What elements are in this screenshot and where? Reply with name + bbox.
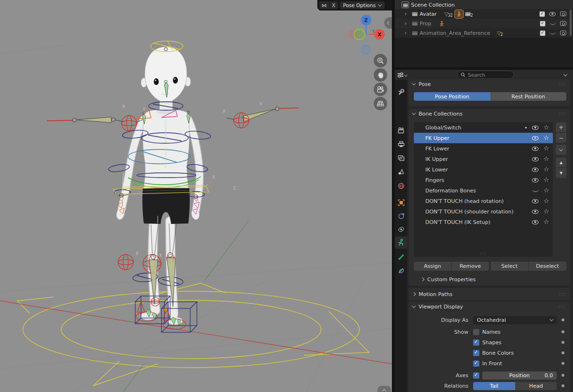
- relations-head-button[interactable]: Head: [515, 382, 557, 390]
- list-item[interactable]: DON'T TOUCH (head rotation) ☆: [414, 196, 553, 206]
- list-item[interactable]: DON'T TOUCH (IK Setup) ☆: [414, 217, 553, 227]
- eye-open-icon[interactable]: [532, 157, 539, 161]
- drag-grip-icon[interactable]: ::::: [559, 292, 566, 297]
- animate-dot-icon[interactable]: [562, 362, 564, 365]
- assign-button[interactable]: Assign: [414, 262, 451, 271]
- tab-tool[interactable]: [395, 85, 407, 98]
- list-item[interactable]: Global/Switch • ☆: [414, 122, 553, 133]
- eye-open-icon[interactable]: [532, 210, 539, 214]
- pose-panel-header[interactable]: Pose ::::: [409, 79, 570, 89]
- axes-position-slider[interactable]: Position 0.0: [482, 371, 557, 380]
- outliner-row-animation-area[interactable]: › Animation_Area_Reference ▽ 2: [395, 28, 573, 38]
- tab-view-layer[interactable]: [395, 152, 407, 164]
- rest-position-button[interactable]: Rest Position: [490, 92, 566, 101]
- animate-dot-icon[interactable]: [562, 341, 564, 344]
- x-mirror-toggle[interactable]: ⋈: [319, 1, 329, 9]
- relations-tail-button[interactable]: Tail: [473, 382, 515, 390]
- display-as-dropdown[interactable]: Octahedral: [473, 316, 557, 324]
- editor-type-button[interactable]: [396, 70, 408, 79]
- tab-constraints[interactable]: [395, 223, 407, 235]
- list-item[interactable]: DON'T TOUCH (shoulder rotation) ☆: [414, 206, 553, 217]
- list-item-selected[interactable]: FK Upper ☆: [414, 133, 553, 143]
- properties-editor[interactable]: Pose :::: Pose Position Rest Position Bo…: [395, 70, 573, 392]
- animate-dot-icon[interactable]: [562, 384, 564, 387]
- eye-open-icon[interactable]: [532, 126, 539, 130]
- star-icon[interactable]: ☆: [543, 178, 549, 182]
- drag-grip-icon[interactable]: ::::: [559, 82, 566, 86]
- motion-paths-header[interactable]: Motion Paths ::::: [409, 288, 570, 300]
- in-front-checkbox[interactable]: [473, 360, 479, 367]
- exclude-checkbox[interactable]: [540, 11, 545, 17]
- star-icon[interactable]: ☆: [543, 199, 549, 203]
- x-axis-toggle[interactable]: X: [329, 1, 338, 9]
- pan-tool-button[interactable]: [374, 68, 387, 82]
- expand-icon[interactable]: ›: [403, 11, 408, 17]
- eye-open-icon[interactable]: [532, 168, 539, 172]
- camera-view-button[interactable]: [374, 83, 387, 96]
- bone-collections-list[interactable]: Global/Switch • ☆ FK Upper ☆ FK Lower ☆ …: [414, 122, 553, 257]
- eye-open-icon[interactable]: [532, 199, 539, 203]
- tab-scene[interactable]: [395, 166, 407, 178]
- axis-ball-neg-z[interactable]: [361, 45, 370, 54]
- list-item[interactable]: IK Lower ☆: [414, 164, 553, 175]
- root-bone-compass[interactable]: [17, 283, 369, 386]
- shapes-checkbox[interactable]: [473, 339, 479, 346]
- deselect-button[interactable]: Deselect: [529, 262, 566, 271]
- camera-visibility-icon[interactable]: [560, 21, 566, 26]
- expand-icon[interactable]: ›: [403, 20, 408, 27]
- drag-grip-icon[interactable]: ::::: [559, 304, 566, 309]
- remove-collection-button[interactable]: −: [556, 133, 566, 143]
- axes-checkbox[interactable]: [473, 372, 479, 379]
- expand-icon[interactable]: ›: [403, 30, 408, 36]
- bone-collections-header[interactable]: Bone Collections ::::: [409, 109, 570, 118]
- tab-world[interactable]: [395, 180, 407, 192]
- timeline-collapse-tab[interactable]: [378, 386, 391, 392]
- header-menu-button[interactable]: [561, 71, 570, 78]
- eye-closed-icon[interactable]: [550, 32, 556, 34]
- outliner-row-prop[interactable]: › Prop: [395, 19, 573, 28]
- navigation-gizmo[interactable]: Z Y X: [347, 13, 390, 57]
- 3d-viewport[interactable]: X Y X Y X X X Z ⋈ X Pose Options: [0, 0, 392, 392]
- tab-physics[interactable]: [395, 210, 407, 222]
- outliner-row-scene-collection[interactable]: Scene Collection: [395, 0, 573, 10]
- zoom-tool-button[interactable]: [374, 54, 387, 67]
- armature-icon-active[interactable]: [455, 10, 463, 18]
- drag-grip-icon[interactable]: ::::: [559, 111, 566, 116]
- list-item[interactable]: IK Upper ☆: [414, 154, 553, 164]
- tab-render[interactable]: [395, 124, 407, 137]
- names-checkbox[interactable]: [473, 329, 479, 335]
- search-box[interactable]: [457, 71, 514, 79]
- axis-ball-neg-y[interactable]: [354, 29, 365, 40]
- eye-closed-icon[interactable]: [532, 189, 539, 192]
- select-button[interactable]: Select: [491, 262, 528, 271]
- eye-open-icon[interactable]: [549, 12, 556, 16]
- animate-dot-icon[interactable]: [562, 330, 564, 333]
- star-icon[interactable]: ☆: [543, 167, 549, 172]
- list-item[interactable]: Fingers ☆: [414, 175, 553, 185]
- custom-properties-header[interactable]: Custom Properties: [421, 275, 476, 284]
- exclude-checkbox[interactable]: [540, 31, 545, 36]
- tab-bone[interactable]: [395, 251, 407, 263]
- eye-open-icon[interactable]: [532, 136, 539, 140]
- camera-visibility-icon[interactable]: [560, 11, 566, 16]
- star-icon[interactable]: ☆: [543, 146, 549, 151]
- eye-open-icon[interactable]: [532, 178, 539, 182]
- star-icon[interactable]: ☆: [543, 136, 549, 140]
- bone-colors-checkbox[interactable]: [473, 350, 479, 356]
- animate-dot-icon[interactable]: [562, 351, 564, 354]
- move-up-button[interactable]: ▲: [556, 158, 566, 168]
- ortho-grid-button[interactable]: [374, 97, 387, 110]
- exclude-checkbox[interactable]: [540, 21, 545, 26]
- eye-open-icon[interactable]: [532, 220, 539, 224]
- animate-dot-icon[interactable]: [562, 318, 564, 321]
- star-icon[interactable]: ☆: [543, 188, 549, 193]
- star-icon[interactable]: ☆: [543, 125, 549, 130]
- eye-open-icon[interactable]: [532, 147, 539, 151]
- tab-output[interactable]: [395, 138, 407, 150]
- star-icon[interactable]: ☆: [543, 209, 549, 214]
- list-resize-grip[interactable]: ::::: [414, 251, 553, 256]
- animate-dot-icon[interactable]: [562, 374, 564, 377]
- camera-visibility-icon[interactable]: [560, 31, 566, 35]
- tab-object-data[interactable]: [395, 236, 407, 249]
- star-icon[interactable]: ☆: [543, 157, 549, 161]
